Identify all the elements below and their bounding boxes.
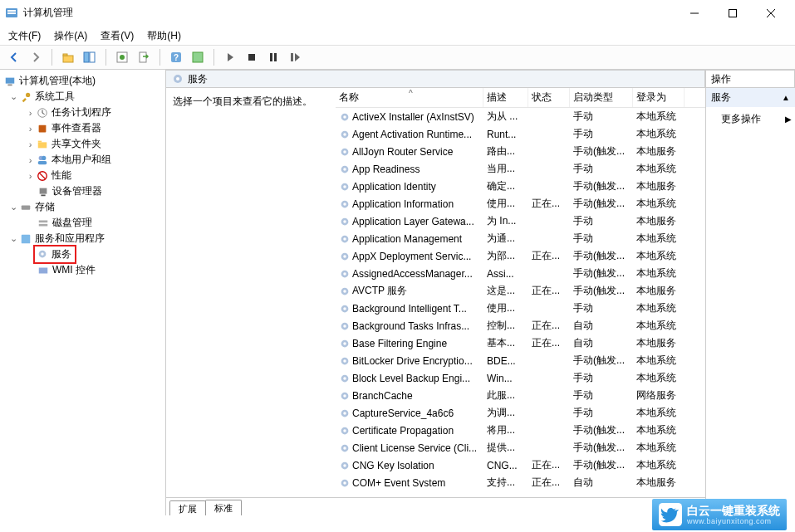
service-row[interactable]: COM+ Event System支持...正在...自动本地服务 bbox=[336, 474, 705, 487]
expander-icon[interactable]: ⌄ bbox=[8, 91, 19, 102]
svg-rect-26 bbox=[38, 142, 47, 148]
toolbar: ? bbox=[0, 45, 795, 70]
service-row[interactable]: Base Filtering Engine基本...正在...自动本地服务 bbox=[336, 334, 705, 352]
computer-icon bbox=[3, 75, 17, 88]
column-logon[interactable]: 登录为 bbox=[633, 88, 685, 107]
service-row[interactable]: Application Information使用...正在...手动(触发..… bbox=[336, 195, 705, 212]
column-startup[interactable]: 启动类型 bbox=[570, 88, 633, 107]
service-startup: 手动(触发... bbox=[570, 144, 633, 159]
tree-services[interactable]: 服务 bbox=[0, 246, 165, 262]
service-startup: 手动 bbox=[570, 127, 633, 141]
tree-performance[interactable]: › 性能 bbox=[0, 168, 165, 183]
service-row[interactable]: AssignedAccessManager...Assi...手动(触发...本… bbox=[336, 265, 705, 282]
tree-device-manager[interactable]: 设备管理器 bbox=[0, 183, 165, 199]
service-logon: 本地系统 bbox=[633, 423, 685, 437]
expander-icon[interactable]: › bbox=[25, 124, 36, 134]
close-button[interactable] bbox=[752, 0, 790, 27]
tree-disk-management[interactable]: 磁盘管理 bbox=[0, 215, 165, 231]
service-row[interactable]: ActiveX Installer (AxInstSV)为从 ...手动本地系统 bbox=[336, 108, 705, 125]
menu-help[interactable]: 帮助(H) bbox=[147, 29, 181, 43]
tree-event-viewer[interactable]: › 事件查看器 bbox=[0, 120, 165, 136]
service-startup: 手动(触发... bbox=[570, 197, 633, 211]
app-icon bbox=[5, 7, 18, 20]
service-row[interactable]: Application Management为通...手动本地系统 bbox=[336, 230, 705, 247]
actions-section[interactable]: 服务 ▲ bbox=[706, 88, 795, 107]
expander-icon[interactable]: › bbox=[25, 155, 36, 165]
service-logon: 本地服务 bbox=[633, 214, 685, 228]
service-row[interactable]: App Readiness当用...手动本地系统 bbox=[336, 160, 705, 178]
svg-rect-10 bbox=[90, 52, 95, 62]
tree-label: 服务和应用程序 bbox=[35, 232, 105, 246]
svg-point-12 bbox=[120, 55, 125, 60]
service-row[interactable]: Background Intelligent T...使用...手动本地系统 bbox=[336, 300, 705, 317]
expander-icon[interactable]: ⌄ bbox=[8, 202, 19, 212]
expander-icon[interactable]: › bbox=[25, 108, 36, 118]
up-button[interactable] bbox=[59, 48, 77, 66]
pause-button[interactable] bbox=[264, 48, 282, 66]
tab-standard[interactable]: 标准 bbox=[205, 500, 242, 515]
expander-icon[interactable]: ⌄ bbox=[8, 233, 19, 244]
actions-section-label: 服务 bbox=[711, 90, 731, 105]
refresh-button[interactable] bbox=[189, 48, 207, 66]
tree-root[interactable]: 计算机管理(本地) bbox=[0, 73, 165, 89]
show-hide-tree-button[interactable] bbox=[81, 48, 99, 66]
column-name[interactable]: 名称^ bbox=[336, 88, 483, 107]
tree-storage[interactable]: ⌄ 存储 bbox=[0, 199, 165, 215]
nav-forward-button[interactable] bbox=[27, 48, 45, 66]
column-status[interactable]: 状态 bbox=[528, 88, 570, 107]
service-row[interactable]: BranchCache此服...手动网络服务 bbox=[336, 387, 705, 404]
tree-services-apps[interactable]: ⌄ 服务和应用程序 bbox=[0, 231, 165, 246]
service-row[interactable]: BitLocker Drive Encryptio...BDE...手动(触发.… bbox=[336, 352, 705, 369]
tree-label: 存储 bbox=[35, 200, 55, 214]
properties-button[interactable] bbox=[113, 48, 131, 66]
service-row[interactable]: Application Layer Gatewa...为 In...手动本地服务 bbox=[336, 212, 705, 230]
svg-rect-22 bbox=[7, 84, 12, 85]
menu-view[interactable]: 查看(V) bbox=[101, 29, 134, 43]
help-button[interactable]: ? bbox=[167, 48, 185, 66]
service-row[interactable]: Client License Service (Cli...提供...手动(触发… bbox=[336, 439, 705, 456]
service-desc: 路由... bbox=[483, 144, 528, 159]
restart-button[interactable] bbox=[286, 48, 304, 66]
service-row[interactable]: AppX Deployment Servic...为部...正在...手动(触发… bbox=[336, 247, 705, 265]
nav-back-button[interactable] bbox=[5, 48, 23, 66]
service-desc: Win... bbox=[483, 373, 528, 384]
actions-more[interactable]: 更多操作 ▶ bbox=[706, 107, 795, 131]
tree-local-users[interactable]: › 本地用户和组 bbox=[0, 152, 165, 168]
actions-header: 操作 bbox=[706, 70, 795, 88]
minimize-button[interactable] bbox=[675, 0, 714, 27]
service-row[interactable]: CNG Key IsolationCNG...正在...手动(触发...本地系统 bbox=[336, 456, 705, 474]
service-row[interactable]: Agent Activation Runtime...Runt...手动本地系统 bbox=[336, 125, 705, 143]
maximize-button[interactable] bbox=[714, 0, 752, 27]
stop-button[interactable] bbox=[243, 48, 261, 66]
service-row[interactable]: Block Level Backup Engi...Win...手动本地系统 bbox=[336, 369, 705, 387]
service-row[interactable]: CaptureService_4a6c6为调...手动本地系统 bbox=[336, 404, 705, 422]
tree-shared-folders[interactable]: › 共享文件夹 bbox=[0, 136, 165, 152]
service-logon: 本地服务 bbox=[633, 179, 685, 193]
menu-action[interactable]: 操作(A) bbox=[54, 29, 87, 43]
service-row[interactable]: AVCTP 服务这是...正在...手动(触发...本地服务 bbox=[336, 282, 705, 300]
svg-rect-19 bbox=[274, 53, 277, 61]
tree-label: 事件查看器 bbox=[52, 121, 101, 135]
export-button[interactable] bbox=[135, 48, 153, 66]
service-startup: 手动 bbox=[570, 232, 633, 246]
service-logon: 本地服务 bbox=[633, 476, 685, 487]
service-row[interactable]: Certificate Propagation将用...手动(触发...本地系统 bbox=[336, 422, 705, 439]
service-row[interactable]: Application Identity确定...手动(触发...本地服务 bbox=[336, 178, 705, 195]
tree-wmi-control[interactable]: WMI 控件 bbox=[0, 262, 165, 278]
service-desc: 控制... bbox=[483, 319, 528, 333]
storage-icon bbox=[19, 201, 32, 214]
service-status: 正在... bbox=[528, 458, 570, 472]
play-button[interactable] bbox=[221, 48, 239, 66]
service-desc: 当用... bbox=[483, 162, 528, 176]
column-desc[interactable]: 描述 bbox=[483, 88, 528, 107]
tab-extended[interactable]: 扩展 bbox=[169, 500, 206, 515]
service-row[interactable]: AllJoyn Router Service路由...手动(触发...本地服务 bbox=[336, 143, 705, 160]
tree-label: 系统工具 bbox=[35, 90, 75, 104]
tree-task-scheduler[interactable]: › 任务计划程序 bbox=[0, 105, 165, 120]
menu-file[interactable]: 文件(F) bbox=[8, 29, 41, 43]
expander-icon[interactable]: › bbox=[25, 139, 36, 149]
service-row[interactable]: Background Tasks Infras...控制...正在...自动本地… bbox=[336, 317, 705, 334]
expander-icon[interactable]: › bbox=[25, 171, 36, 181]
svg-rect-1 bbox=[7, 10, 16, 12]
tree-system-tools[interactable]: ⌄ 系统工具 bbox=[0, 89, 165, 105]
